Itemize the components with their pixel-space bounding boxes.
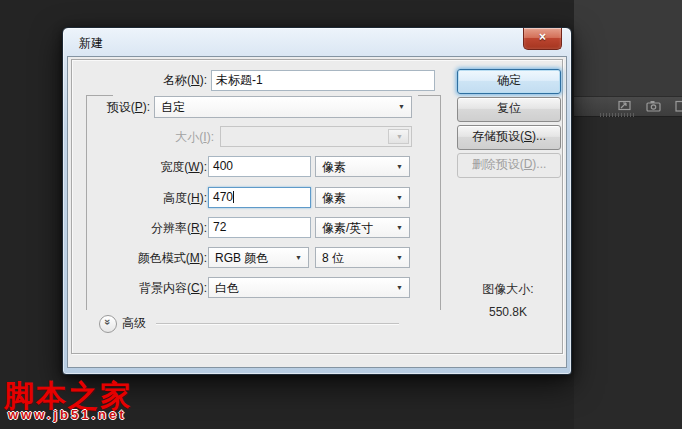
resolution-input[interactable]: 72 [208,217,311,238]
advanced-divider [156,323,399,324]
mini-bridge-icon[interactable] [618,100,632,112]
watermark-site-url: www.jb51.net [8,407,127,422]
chevron-down-icon: ▼ [396,223,403,233]
dialog-client-area: 名称(N): 未标题-1 预设(P): 自定▼ 大小(I): ▼ 宽度(W): … [67,56,567,368]
height-input[interactable]: 470 [208,187,311,208]
clipboard-icon[interactable] [675,100,682,112]
resolution-unit-select[interactable]: 像素/英寸▼ [315,217,410,238]
chevron-down-icon: ▼ [295,253,302,263]
background-contents-select[interactable]: 白色▼ [208,277,410,298]
workspace-panel-top [574,0,682,96]
background-contents-label: 背景内容(C): [68,279,207,297]
dialog-titlebar[interactable]: 新建 × [63,28,571,56]
image-size-value: 550.8K [457,305,559,319]
image-size-label: 图像大小: [457,281,559,298]
reset-button[interactable]: 复位 [457,97,561,122]
color-mode-label: 颜色模式(M): [68,249,207,267]
preset-select[interactable]: 自定▼ [154,96,412,118]
preset-label: 预设(P): [68,98,150,116]
size-select: ▼ [220,126,412,147]
delete-preset-button: 删除预设(D)... [457,153,561,178]
dialog-title: 新建 [79,35,103,52]
height-unit-select[interactable]: 像素▼ [315,187,410,208]
save-preset-button[interactable]: 存储预设(S)... [457,125,561,150]
chevron-down-icon: ▼ [396,283,403,293]
width-label: 宽度(W): [68,158,207,176]
width-input[interactable]: 400 [208,156,311,177]
color-mode-select[interactable]: RGB 颜色▼ [208,247,309,268]
camera-icon[interactable] [646,100,661,112]
group-bracket-top-right [418,95,441,96]
bit-depth-select[interactable]: 8 位▼ [315,247,410,268]
width-unit-select[interactable]: 像素▼ [315,156,410,177]
new-document-dialog: 新建 × 名称(N): 未标题-1 预设(P): 自定▼ 大小(I): ▼ 宽度… [62,27,572,375]
workspace-panel-bottom [574,117,682,429]
height-label: 高度(H): [68,189,207,207]
close-button[interactable]: × [523,28,562,50]
group-bracket-right [440,95,441,310]
chevron-down-icon: ▼ [398,102,405,112]
chevron-double-down-icon: » [100,319,116,325]
advanced-label[interactable]: 高级 [122,315,146,331]
chevron-down-icon: ▼ [396,253,403,263]
name-input[interactable]: 未标题-1 [211,70,435,91]
chevron-down-icon: ▼ [396,132,403,142]
ok-button[interactable]: 确定 [457,69,561,94]
text-caret [233,191,234,203]
name-label: 名称(N): [68,71,207,89]
group-bracket-top-left [86,95,113,96]
close-icon: × [539,30,546,44]
chevron-down-icon: ▼ [396,162,403,172]
advanced-expand-button[interactable]: » [99,315,117,333]
resolution-label: 分辨率(R): [68,219,207,237]
chevron-down-icon: ▼ [396,193,403,203]
size-label: 大小(I): [68,128,214,146]
